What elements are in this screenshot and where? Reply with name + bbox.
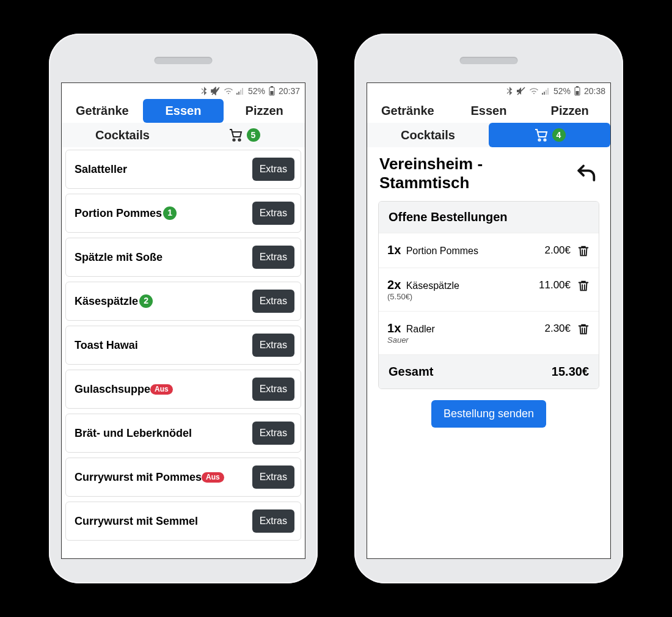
cart-count-badge: 5 xyxy=(247,128,260,142)
mute-icon xyxy=(516,87,526,95)
mute-icon xyxy=(211,87,221,95)
battery-icon xyxy=(574,86,581,96)
cart-count-badge: 4 xyxy=(552,128,566,142)
tab-pizzen[interactable]: Pizzen xyxy=(224,99,305,123)
svg-rect-3 xyxy=(240,90,241,95)
order-qty: 2x xyxy=(387,278,403,291)
cart-button[interactable]: 5 xyxy=(183,123,305,147)
sold-out-badge: Aus xyxy=(202,472,224,483)
tab-pizzen[interactable]: Pizzen xyxy=(529,99,610,123)
wifi-icon xyxy=(529,87,539,95)
status-bar: 52% 20:38 xyxy=(367,83,610,99)
total-value: 15.30€ xyxy=(552,365,589,379)
menu-item[interactable]: Currywurst mit PommesAusExtras xyxy=(65,458,301,497)
extras-button[interactable]: Extras xyxy=(252,509,294,533)
trash-icon[interactable] xyxy=(577,244,590,258)
cart-icon xyxy=(534,128,549,142)
category-tabs: Getränke Essen Pizzen Cocktails 5 xyxy=(62,99,305,147)
svg-rect-2 xyxy=(238,92,239,95)
trash-icon[interactable] xyxy=(577,279,590,293)
order-price: 2.00€ xyxy=(544,244,571,257)
menu-item[interactable]: Brät- und LeberknödelExtras xyxy=(65,414,301,453)
order-item-name: Portion Pommes xyxy=(403,246,478,256)
orders-box: Offene Bestellungen 1x Portion Pommes2.0… xyxy=(378,201,599,389)
extras-button[interactable]: Extras xyxy=(252,290,294,313)
order-qty: 1x xyxy=(387,243,403,257)
extras-button[interactable]: Extras xyxy=(252,465,294,489)
svg-rect-17 xyxy=(575,91,579,95)
svg-rect-7 xyxy=(270,91,273,95)
tab-getraenke[interactable]: Getränke xyxy=(367,99,448,123)
order-item-sub: (5.50€) xyxy=(387,292,533,301)
menu-item[interactable]: Toast HawaiExtras xyxy=(65,326,301,365)
signal-icon xyxy=(236,87,245,95)
extras-button[interactable]: Extras xyxy=(252,246,294,269)
menu-item-name: Toast Hawai xyxy=(75,338,138,352)
subtab-cocktails[interactable]: Cocktails xyxy=(367,123,489,147)
extras-button[interactable]: Extras xyxy=(252,158,294,181)
extras-button[interactable]: Extras xyxy=(252,422,294,445)
svg-rect-11 xyxy=(542,93,543,95)
menu-item[interactable]: Portion Pommes1Extras xyxy=(65,194,301,233)
cart-button[interactable]: 4 xyxy=(489,123,610,147)
menu-item[interactable]: Spätzle mit SoßeExtras xyxy=(65,238,301,277)
clock: 20:38 xyxy=(584,86,605,96)
tab-essen[interactable]: Essen xyxy=(143,99,224,123)
bluetooth-icon xyxy=(200,87,208,95)
undo-icon[interactable] xyxy=(575,162,598,185)
total-label: Gesamt xyxy=(389,365,433,379)
clock: 20:37 xyxy=(279,86,300,96)
svg-rect-13 xyxy=(546,90,547,95)
menu-item-name: Currywurst mit Semmel xyxy=(75,514,198,528)
svg-rect-12 xyxy=(544,92,545,95)
send-order-button[interactable]: Bestellung senden xyxy=(431,400,546,428)
svg-rect-4 xyxy=(242,88,243,95)
tab-essen[interactable]: Essen xyxy=(448,99,530,123)
signal-icon xyxy=(542,87,550,95)
menu-item[interactable]: Käsespätzle2Extras xyxy=(65,282,301,321)
menu-item-name: Currywurst mit PommesAus xyxy=(75,470,224,484)
order-row: 1x Portion Pommes2.00€ xyxy=(379,233,599,268)
order-item-name: Käsespätzle xyxy=(403,280,459,291)
order-price: 11.00€ xyxy=(539,279,571,291)
subtab-cocktails[interactable]: Cocktails xyxy=(62,123,183,147)
svg-point-8 xyxy=(233,139,235,141)
battery-percent: 52% xyxy=(248,86,265,96)
menu-item-name: Käsespätzle2 xyxy=(75,294,153,308)
trash-icon[interactable] xyxy=(577,323,590,336)
item-count-badge: 1 xyxy=(163,206,177,220)
svg-point-9 xyxy=(238,139,240,141)
battery-percent: 52% xyxy=(553,86,571,96)
menu-item-name: GulaschsuppeAus xyxy=(75,382,173,396)
cart-title: Vereinsheim - Stammtisch xyxy=(379,155,575,192)
order-row: 1x RadlerSauer2.30€ xyxy=(379,311,599,354)
wifi-icon xyxy=(224,87,233,95)
item-count-badge: 2 xyxy=(139,294,153,308)
order-row: 2x Käsespätzle(5.50€)11.00€ xyxy=(379,268,599,311)
menu-item[interactable]: GulaschsuppeAusExtras xyxy=(65,370,301,409)
svg-rect-1 xyxy=(236,93,238,95)
svg-rect-14 xyxy=(547,88,549,95)
tab-getraenke[interactable]: Getränke xyxy=(62,99,143,123)
menu-item-name: Spätzle mit Soße xyxy=(75,250,163,265)
order-item-name: Radler xyxy=(403,324,435,334)
battery-icon xyxy=(268,86,276,96)
status-bar: 52% 20:37 xyxy=(62,83,305,99)
bluetooth-icon xyxy=(506,87,513,95)
cart-icon xyxy=(228,128,243,142)
menu-item-name: Portion Pommes1 xyxy=(75,206,177,221)
extras-button[interactable]: Extras xyxy=(252,202,294,225)
order-qty: 1x xyxy=(387,321,403,335)
menu-item[interactable]: Currywurst mit SemmelExtras xyxy=(65,502,301,541)
order-item-sub: Sauer xyxy=(387,335,538,345)
extras-button[interactable]: Extras xyxy=(252,334,294,357)
category-tabs: Getränke Essen Pizzen Cocktails 4 xyxy=(367,99,610,147)
menu-item-name: Salatteller xyxy=(75,162,127,177)
menu-item[interactable]: SalattellerExtras xyxy=(65,150,301,189)
sold-out-badge: Aus xyxy=(150,384,173,395)
svg-point-18 xyxy=(538,139,540,141)
svg-point-19 xyxy=(544,139,546,141)
extras-button[interactable]: Extras xyxy=(252,378,294,401)
menu-item-name: Brät- und Leberknödel xyxy=(75,426,192,440)
orders-heading: Offene Bestellungen xyxy=(379,202,599,233)
